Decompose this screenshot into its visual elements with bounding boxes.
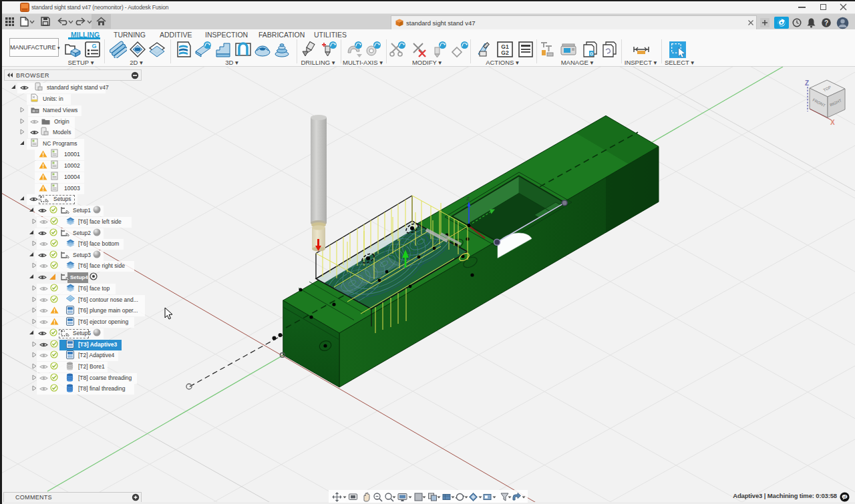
svg-text:G: G [590,51,593,56]
svg-text:G: G [92,43,96,49]
svg-text:X: X [830,119,835,126]
svg-text:Z: Z [466,196,470,202]
svg-text:ull: ull [843,495,846,499]
svg-text:G2: G2 [501,49,509,56]
svg-text:?: ? [824,19,828,27]
svg-text:Z: Z [805,79,809,87]
